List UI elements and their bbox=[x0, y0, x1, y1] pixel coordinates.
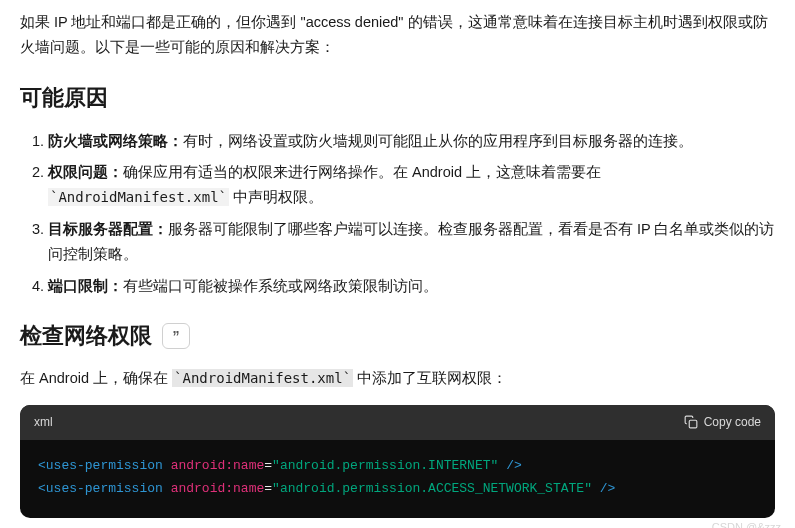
item-text: 有时，网络设置或防火墙规则可能阻止从你的应用程序到目标服务器的连接。 bbox=[183, 133, 693, 149]
check-heading: 检查网络权限 ” bbox=[20, 317, 775, 354]
svg-rect-0 bbox=[689, 421, 697, 429]
list-item: 权限问题：确保应用有适当的权限来进行网络操作。在 Android 上，这意味着需… bbox=[48, 160, 775, 211]
quote-icon[interactable]: ” bbox=[162, 323, 190, 349]
inline-code: `AndroidManifest.xml` bbox=[172, 369, 353, 387]
inline-code: `AndroidManifest.xml` bbox=[48, 188, 229, 206]
code-header: xml Copy code bbox=[20, 405, 775, 439]
item-title: 防火墙或网络策略： bbox=[48, 133, 183, 149]
code-lang-label: xml bbox=[34, 412, 53, 432]
copy-icon bbox=[684, 415, 698, 429]
copy-label: Copy code bbox=[704, 412, 761, 432]
check-text: 在 Android 上，确保在 bbox=[20, 370, 172, 386]
watermark: CSDN @&zzz bbox=[712, 518, 781, 528]
code-body: <uses-permission android:name="android.p… bbox=[20, 440, 775, 519]
intro-text: 如果 IP 地址和端口都是正确的，但你遇到 "access denied" 的错… bbox=[20, 10, 775, 59]
list-item: 端口限制：有些端口可能被操作系统或网络政策限制访问。 bbox=[48, 274, 775, 299]
causes-heading: 可能原因 bbox=[20, 79, 775, 116]
check-paragraph: 在 Android 上，确保在 `AndroidManifest.xml` 中添… bbox=[20, 366, 775, 391]
check-text: 中添加了互联网权限： bbox=[353, 370, 507, 386]
item-text: 中声明权限。 bbox=[229, 189, 323, 205]
copy-code-button[interactable]: Copy code bbox=[684, 412, 761, 432]
list-item: 目标服务器配置：服务器可能限制了哪些客户端可以连接。检查服务器配置，看看是否有 … bbox=[48, 217, 775, 268]
item-title: 端口限制： bbox=[48, 278, 123, 294]
list-item: 防火墙或网络策略：有时，网络设置或防火墙规则可能阻止从你的应用程序到目标服务器的… bbox=[48, 129, 775, 154]
item-title: 目标服务器配置： bbox=[48, 221, 168, 237]
code-block: xml Copy code <uses-permission android:n… bbox=[20, 405, 775, 518]
item-title: 权限问题： bbox=[48, 164, 123, 180]
check-heading-text: 检查网络权限 bbox=[20, 317, 152, 354]
code-line: <uses-permission android:name="android.p… bbox=[38, 454, 757, 477]
item-text: 有些端口可能被操作系统或网络政策限制访问。 bbox=[123, 278, 438, 294]
code-line: <uses-permission android:name="android.p… bbox=[38, 477, 757, 500]
item-text: 确保应用有适当的权限来进行网络操作。在 Android 上，这意味着需要在 bbox=[123, 164, 601, 180]
causes-list: 防火墙或网络策略：有时，网络设置或防火墙规则可能阻止从你的应用程序到目标服务器的… bbox=[20, 129, 775, 299]
